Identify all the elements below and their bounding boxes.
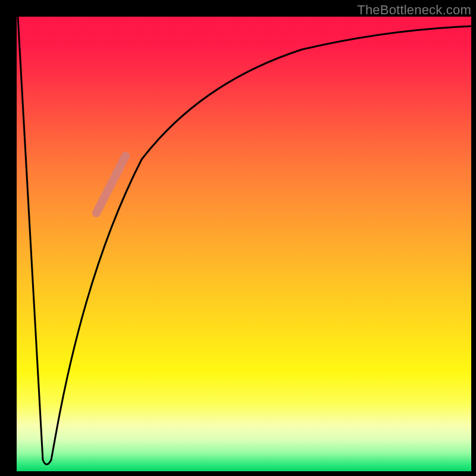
curve-layer <box>17 17 471 471</box>
attribution-label: TheBottleneck.com <box>357 2 471 18</box>
chart-container: TheBottleneck.com <box>0 0 476 476</box>
plot-area <box>17 17 471 471</box>
curve-left-branch <box>18 17 51 465</box>
curve-right-branch <box>51 26 471 460</box>
